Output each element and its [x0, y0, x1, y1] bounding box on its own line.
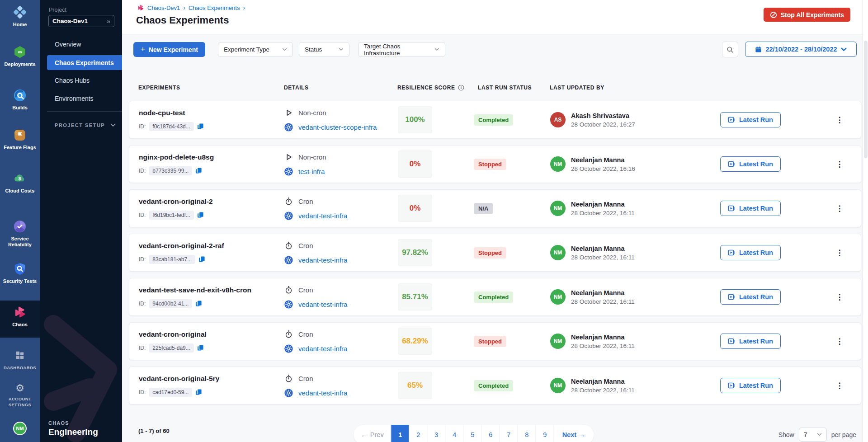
run-icon — [728, 382, 735, 389]
sidebar-item-deployments[interactable]: ∞ Deployments — [0, 45, 40, 67]
page-9[interactable]: 9 — [536, 425, 554, 442]
id-label: ID: — [139, 389, 146, 395]
experiment-row[interactable]: vedant-cron-original-2-raf ID: 83cab181-… — [129, 234, 861, 272]
cron-icon — [284, 197, 293, 206]
infrastructure-link[interactable]: vedant-test-infra — [298, 212, 347, 220]
scrollbar-thumb[interactable] — [864, 41, 868, 158]
per-page-select[interactable]: 7 — [799, 428, 827, 442]
experiment-name: vedant-cron-original — [139, 330, 284, 339]
chevron-down-icon — [282, 48, 287, 51]
pagination: ← Prev 1 2 3 4 5 6 7 8 9 Next → — [354, 425, 594, 442]
nav-item-chaos-experiments[interactable]: Chaos Experiments — [47, 55, 122, 70]
experiment-type: Non-cron — [298, 109, 326, 117]
row-menu-kebab[interactable]: ⋮ — [833, 382, 846, 390]
page-2[interactable]: 2 — [409, 425, 427, 442]
date-range-button[interactable]: 22/10/2022 - 28/10/2022 — [745, 42, 857, 57]
experiment-row[interactable]: node-cpu-test ID: f0c187d4-43d... — [129, 101, 861, 139]
chaos-icon — [13, 306, 27, 319]
page-3[interactable]: 3 — [427, 425, 445, 442]
id-label: ID: — [139, 212, 146, 218]
infrastructure-link[interactable]: vedant-test-infra — [298, 389, 347, 397]
project-setup-toggle[interactable]: PROJECT SETUP — [55, 122, 116, 128]
experiment-row[interactable]: nginx-pod-delete-u8sg ID: b773c335-99... — [129, 145, 861, 183]
copy-icon[interactable] — [195, 300, 202, 307]
experiment-type-filter[interactable]: Experiment Type — [218, 42, 293, 57]
experiment-row[interactable]: vedant-cron-original-5ry ID: cad17ed0-59… — [129, 367, 861, 404]
copy-icon[interactable] — [195, 389, 202, 395]
search-button[interactable] — [722, 42, 738, 57]
breadcrumb-experiments-link[interactable]: Chaos Experiments — [189, 5, 240, 11]
service-reliability-icon — [13, 220, 27, 233]
sidebar-item-security-tests[interactable]: Security Tests — [0, 262, 40, 284]
row-menu-kebab[interactable]: ⋮ — [833, 205, 846, 212]
sidebar-item-service-reliability[interactable]: Service Reliability — [0, 220, 40, 248]
column-resilience-score: RESILIENCE SCORE — [397, 85, 473, 91]
breadcrumb-project-link[interactable]: Chaos-Dev1 — [147, 5, 180, 11]
infrastructure-link[interactable]: test-infra — [298, 168, 325, 175]
svg-text:$: $ — [19, 176, 22, 181]
sidebar-item-cloud-costs[interactable]: $ Cloud Costs — [0, 172, 40, 194]
target-infrastructure-filter[interactable]: Target Chaos Infrastructure — [358, 42, 445, 57]
nav-item-chaos-hubs[interactable]: Chaos Hubs — [40, 71, 122, 89]
sidebar-item-chaos[interactable]: Chaos — [0, 306, 40, 328]
avatar: NM — [13, 422, 27, 435]
nav-item-environments[interactable]: Environments — [40, 89, 122, 108]
kubernetes-icon — [284, 256, 293, 264]
page-4[interactable]: 4 — [445, 425, 463, 442]
row-menu-kebab[interactable]: ⋮ — [833, 293, 846, 301]
updated-date: 28 October 2022, 16:16 — [571, 165, 635, 172]
status-filter[interactable]: Status — [299, 42, 349, 57]
info-icon[interactable] — [458, 85, 464, 91]
infrastructure-link[interactable]: vedant-test-infra — [298, 256, 347, 264]
row-menu-kebab[interactable]: ⋮ — [833, 116, 846, 124]
user-avatar-rail[interactable]: NM — [0, 422, 40, 435]
page-6[interactable]: 6 — [481, 425, 500, 442]
new-experiment-button[interactable]: + New Experiment — [133, 42, 205, 57]
experiment-row[interactable]: vedant-cron-original ID: 225fcad5-da9... — [129, 322, 861, 360]
copy-icon[interactable] — [197, 212, 204, 218]
copy-icon[interactable] — [198, 256, 205, 263]
infrastructure-link[interactable]: vedant-test-infra — [298, 345, 347, 353]
resilience-score: 65% — [398, 372, 432, 399]
sidebar-item-home[interactable]: Home — [0, 5, 40, 28]
project-name: Chaos-Dev1 — [52, 18, 88, 24]
experiment-row[interactable]: vedant-test-save-nd-exit-v8h-cron ID: 94… — [129, 278, 861, 316]
prev-page-button[interactable]: ← Prev — [354, 425, 391, 442]
page-1[interactable]: 1 — [391, 425, 409, 442]
copy-icon[interactable] — [197, 344, 204, 351]
copy-icon[interactable] — [195, 167, 202, 174]
sidebar-item-feature-flags[interactable]: Feature Flags — [0, 128, 40, 150]
sidebar-item-dashboards[interactable]: DASHBOARDS — [0, 350, 40, 371]
id-label: ID: — [139, 256, 146, 263]
sidebar-item-builds[interactable]: Builds — [0, 89, 40, 111]
next-page-button[interactable]: Next → — [554, 425, 594, 442]
latest-run-button[interactable]: Latest Run — [720, 156, 781, 172]
page-8[interactable]: 8 — [518, 425, 536, 442]
resilience-score: 100% — [398, 106, 432, 133]
page-5[interactable]: 5 — [463, 425, 481, 442]
infrastructure-link[interactable]: vedant-cluster-scope-infra — [298, 123, 377, 131]
gear-icon: ⚙ — [15, 383, 24, 393]
latest-run-button[interactable]: Latest Run — [720, 378, 781, 393]
sidebar-item-account-settings[interactable]: ⚙ ACCOUNT SETTINGS — [0, 383, 40, 408]
latest-run-button[interactable]: Latest Run — [720, 112, 781, 127]
svg-text:∞: ∞ — [18, 49, 22, 55]
latest-run-button[interactable]: Latest Run — [720, 245, 781, 260]
row-menu-kebab[interactable]: ⋮ — [833, 338, 846, 345]
page-7[interactable]: 7 — [500, 425, 518, 442]
row-menu-kebab[interactable]: ⋮ — [833, 160, 846, 168]
project-selector[interactable]: Chaos-Dev1 » — [48, 15, 114, 27]
latest-run-button[interactable]: Latest Run — [720, 201, 781, 216]
vertical-scrollbar[interactable] — [863, 0, 868, 442]
project-nav-list: Overview Chaos Experiments Chaos Hubs En… — [40, 35, 122, 108]
cron-icon — [284, 330, 293, 339]
latest-run-button[interactable]: Latest Run — [720, 334, 781, 349]
experiment-row[interactable]: vedant-cron-original-2 ID: f6d19bc1-fedf… — [129, 189, 861, 227]
stop-all-experiments-button[interactable]: Stop All Experiments — [764, 8, 850, 22]
copy-icon[interactable] — [197, 123, 204, 130]
experiment-name: vedant-test-save-nd-exit-v8h-cron — [139, 286, 284, 294]
infrastructure-link[interactable]: vedant-test-infra — [298, 301, 347, 308]
latest-run-button[interactable]: Latest Run — [720, 289, 781, 305]
row-menu-kebab[interactable]: ⋮ — [833, 249, 846, 257]
nav-item-overview[interactable]: Overview — [40, 35, 122, 53]
